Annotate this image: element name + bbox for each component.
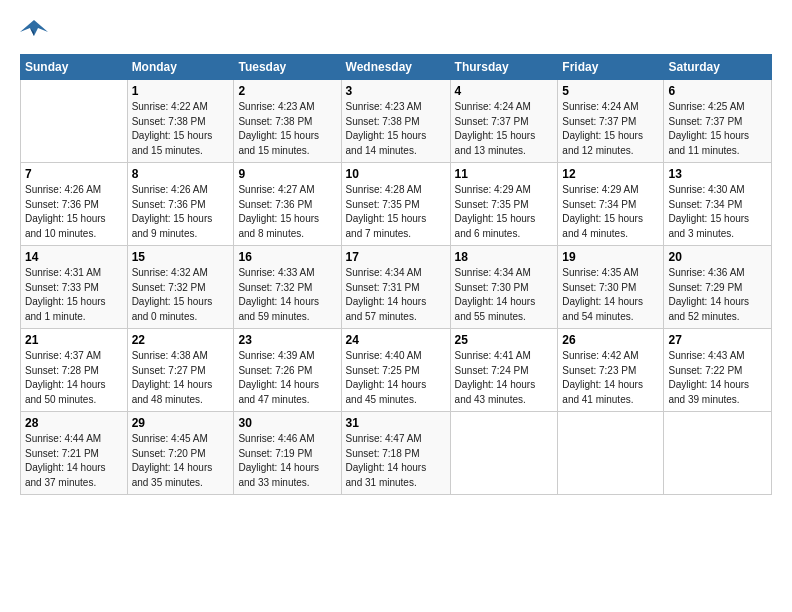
col-header-sunday: Sunday bbox=[21, 55, 128, 80]
calendar-cell: 22Sunrise: 4:38 AM Sunset: 7:27 PM Dayli… bbox=[127, 329, 234, 412]
day-info: Sunrise: 4:29 AM Sunset: 7:34 PM Dayligh… bbox=[562, 183, 659, 241]
day-number: 30 bbox=[238, 416, 336, 430]
day-number: 7 bbox=[25, 167, 123, 181]
day-number: 15 bbox=[132, 250, 230, 264]
day-info: Sunrise: 4:29 AM Sunset: 7:35 PM Dayligh… bbox=[455, 183, 554, 241]
col-header-thursday: Thursday bbox=[450, 55, 558, 80]
day-number: 31 bbox=[346, 416, 446, 430]
day-number: 20 bbox=[668, 250, 767, 264]
day-info: Sunrise: 4:37 AM Sunset: 7:28 PM Dayligh… bbox=[25, 349, 123, 407]
week-row-2: 14Sunrise: 4:31 AM Sunset: 7:33 PM Dayli… bbox=[21, 246, 772, 329]
day-number: 17 bbox=[346, 250, 446, 264]
day-number: 21 bbox=[25, 333, 123, 347]
day-number: 4 bbox=[455, 84, 554, 98]
day-info: Sunrise: 4:40 AM Sunset: 7:25 PM Dayligh… bbox=[346, 349, 446, 407]
calendar-cell: 29Sunrise: 4:45 AM Sunset: 7:20 PM Dayli… bbox=[127, 412, 234, 495]
day-number: 22 bbox=[132, 333, 230, 347]
day-info: Sunrise: 4:24 AM Sunset: 7:37 PM Dayligh… bbox=[455, 100, 554, 158]
header bbox=[20, 18, 772, 42]
day-info: Sunrise: 4:26 AM Sunset: 7:36 PM Dayligh… bbox=[25, 183, 123, 241]
calendar-cell: 13Sunrise: 4:30 AM Sunset: 7:34 PM Dayli… bbox=[664, 163, 772, 246]
calendar-cell: 2Sunrise: 4:23 AM Sunset: 7:38 PM Daylig… bbox=[234, 80, 341, 163]
col-header-wednesday: Wednesday bbox=[341, 55, 450, 80]
calendar-cell: 14Sunrise: 4:31 AM Sunset: 7:33 PM Dayli… bbox=[21, 246, 128, 329]
day-info: Sunrise: 4:46 AM Sunset: 7:19 PM Dayligh… bbox=[238, 432, 336, 490]
day-number: 16 bbox=[238, 250, 336, 264]
day-info: Sunrise: 4:39 AM Sunset: 7:26 PM Dayligh… bbox=[238, 349, 336, 407]
calendar-cell: 4Sunrise: 4:24 AM Sunset: 7:37 PM Daylig… bbox=[450, 80, 558, 163]
calendar-cell: 23Sunrise: 4:39 AM Sunset: 7:26 PM Dayli… bbox=[234, 329, 341, 412]
day-info: Sunrise: 4:28 AM Sunset: 7:35 PM Dayligh… bbox=[346, 183, 446, 241]
col-header-saturday: Saturday bbox=[664, 55, 772, 80]
day-info: Sunrise: 4:47 AM Sunset: 7:18 PM Dayligh… bbox=[346, 432, 446, 490]
day-info: Sunrise: 4:38 AM Sunset: 7:27 PM Dayligh… bbox=[132, 349, 230, 407]
col-header-tuesday: Tuesday bbox=[234, 55, 341, 80]
week-row-4: 28Sunrise: 4:44 AM Sunset: 7:21 PM Dayli… bbox=[21, 412, 772, 495]
day-number: 26 bbox=[562, 333, 659, 347]
calendar-cell: 16Sunrise: 4:33 AM Sunset: 7:32 PM Dayli… bbox=[234, 246, 341, 329]
day-number: 13 bbox=[668, 167, 767, 181]
day-info: Sunrise: 4:34 AM Sunset: 7:30 PM Dayligh… bbox=[455, 266, 554, 324]
calendar-cell bbox=[21, 80, 128, 163]
calendar-cell: 6Sunrise: 4:25 AM Sunset: 7:37 PM Daylig… bbox=[664, 80, 772, 163]
day-number: 27 bbox=[668, 333, 767, 347]
calendar-cell: 25Sunrise: 4:41 AM Sunset: 7:24 PM Dayli… bbox=[450, 329, 558, 412]
calendar-cell: 19Sunrise: 4:35 AM Sunset: 7:30 PM Dayli… bbox=[558, 246, 664, 329]
logo-icon bbox=[20, 18, 48, 42]
calendar-cell: 18Sunrise: 4:34 AM Sunset: 7:30 PM Dayli… bbox=[450, 246, 558, 329]
day-info: Sunrise: 4:22 AM Sunset: 7:38 PM Dayligh… bbox=[132, 100, 230, 158]
day-number: 6 bbox=[668, 84, 767, 98]
day-number: 3 bbox=[346, 84, 446, 98]
day-info: Sunrise: 4:26 AM Sunset: 7:36 PM Dayligh… bbox=[132, 183, 230, 241]
calendar-cell: 15Sunrise: 4:32 AM Sunset: 7:32 PM Dayli… bbox=[127, 246, 234, 329]
day-number: 25 bbox=[455, 333, 554, 347]
header-row: SundayMondayTuesdayWednesdayThursdayFrid… bbox=[21, 55, 772, 80]
day-info: Sunrise: 4:42 AM Sunset: 7:23 PM Dayligh… bbox=[562, 349, 659, 407]
calendar-cell: 10Sunrise: 4:28 AM Sunset: 7:35 PM Dayli… bbox=[341, 163, 450, 246]
day-number: 9 bbox=[238, 167, 336, 181]
day-info: Sunrise: 4:44 AM Sunset: 7:21 PM Dayligh… bbox=[25, 432, 123, 490]
day-info: Sunrise: 4:25 AM Sunset: 7:37 PM Dayligh… bbox=[668, 100, 767, 158]
week-row-1: 7Sunrise: 4:26 AM Sunset: 7:36 PM Daylig… bbox=[21, 163, 772, 246]
col-header-friday: Friday bbox=[558, 55, 664, 80]
calendar-cell bbox=[450, 412, 558, 495]
calendar-cell: 20Sunrise: 4:36 AM Sunset: 7:29 PM Dayli… bbox=[664, 246, 772, 329]
day-number: 12 bbox=[562, 167, 659, 181]
day-number: 8 bbox=[132, 167, 230, 181]
calendar-cell: 17Sunrise: 4:34 AM Sunset: 7:31 PM Dayli… bbox=[341, 246, 450, 329]
day-number: 29 bbox=[132, 416, 230, 430]
day-info: Sunrise: 4:30 AM Sunset: 7:34 PM Dayligh… bbox=[668, 183, 767, 241]
calendar-cell: 30Sunrise: 4:46 AM Sunset: 7:19 PM Dayli… bbox=[234, 412, 341, 495]
calendar-cell: 9Sunrise: 4:27 AM Sunset: 7:36 PM Daylig… bbox=[234, 163, 341, 246]
day-info: Sunrise: 4:45 AM Sunset: 7:20 PM Dayligh… bbox=[132, 432, 230, 490]
day-info: Sunrise: 4:35 AM Sunset: 7:30 PM Dayligh… bbox=[562, 266, 659, 324]
day-number: 18 bbox=[455, 250, 554, 264]
day-info: Sunrise: 4:23 AM Sunset: 7:38 PM Dayligh… bbox=[346, 100, 446, 158]
col-header-monday: Monday bbox=[127, 55, 234, 80]
day-number: 5 bbox=[562, 84, 659, 98]
day-number: 1 bbox=[132, 84, 230, 98]
day-number: 2 bbox=[238, 84, 336, 98]
day-number: 11 bbox=[455, 167, 554, 181]
logo bbox=[20, 18, 52, 42]
day-number: 14 bbox=[25, 250, 123, 264]
calendar-cell: 28Sunrise: 4:44 AM Sunset: 7:21 PM Dayli… bbox=[21, 412, 128, 495]
calendar-cell: 27Sunrise: 4:43 AM Sunset: 7:22 PM Dayli… bbox=[664, 329, 772, 412]
day-number: 24 bbox=[346, 333, 446, 347]
calendar-cell: 12Sunrise: 4:29 AM Sunset: 7:34 PM Dayli… bbox=[558, 163, 664, 246]
calendar-cell: 8Sunrise: 4:26 AM Sunset: 7:36 PM Daylig… bbox=[127, 163, 234, 246]
calendar-cell: 5Sunrise: 4:24 AM Sunset: 7:37 PM Daylig… bbox=[558, 80, 664, 163]
week-row-0: 1Sunrise: 4:22 AM Sunset: 7:38 PM Daylig… bbox=[21, 80, 772, 163]
calendar-table: SundayMondayTuesdayWednesdayThursdayFrid… bbox=[20, 54, 772, 495]
day-info: Sunrise: 4:41 AM Sunset: 7:24 PM Dayligh… bbox=[455, 349, 554, 407]
day-info: Sunrise: 4:23 AM Sunset: 7:38 PM Dayligh… bbox=[238, 100, 336, 158]
day-number: 23 bbox=[238, 333, 336, 347]
day-number: 19 bbox=[562, 250, 659, 264]
calendar-cell bbox=[558, 412, 664, 495]
calendar-cell: 21Sunrise: 4:37 AM Sunset: 7:28 PM Dayli… bbox=[21, 329, 128, 412]
day-info: Sunrise: 4:34 AM Sunset: 7:31 PM Dayligh… bbox=[346, 266, 446, 324]
page: SundayMondayTuesdayWednesdayThursdayFrid… bbox=[0, 0, 792, 505]
calendar-cell: 26Sunrise: 4:42 AM Sunset: 7:23 PM Dayli… bbox=[558, 329, 664, 412]
week-row-3: 21Sunrise: 4:37 AM Sunset: 7:28 PM Dayli… bbox=[21, 329, 772, 412]
day-info: Sunrise: 4:24 AM Sunset: 7:37 PM Dayligh… bbox=[562, 100, 659, 158]
